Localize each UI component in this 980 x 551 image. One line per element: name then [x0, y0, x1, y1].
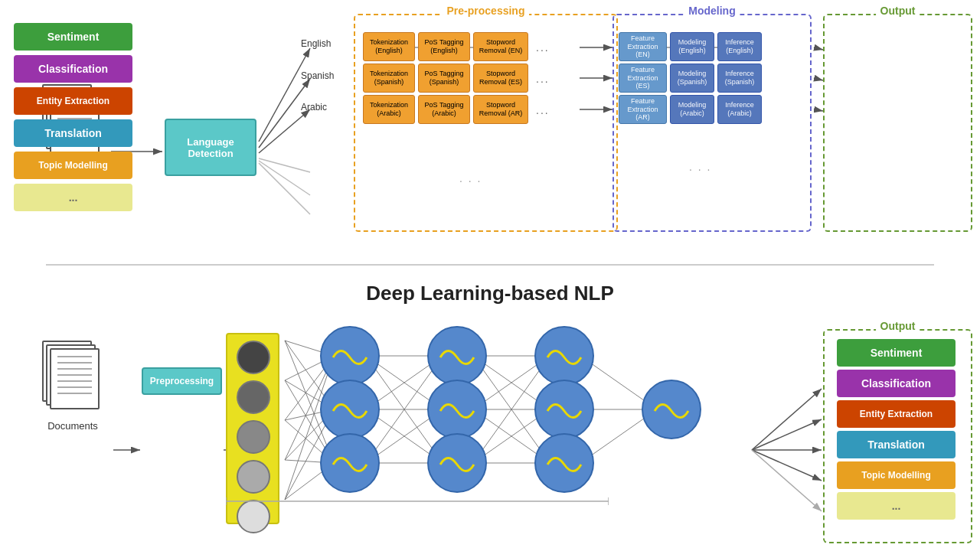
- pos-tagging-ar: PoS Tagging(Arabic): [418, 95, 470, 124]
- sentiment-label-top: Sentiment: [47, 31, 100, 43]
- deep-learning-title: Deep Learning-based NLP: [0, 282, 980, 305]
- translation-label-top: Translation: [44, 127, 102, 139]
- output-sentiment-bottom: Sentiment: [837, 339, 956, 367]
- output-more-bottom: ...: [837, 492, 956, 520]
- inference-ar: Inference(Arabic): [717, 95, 762, 124]
- sentiment-label-bottom: Sentiment: [871, 347, 923, 359]
- tokenization-ar: Tokenization(Arabic): [363, 95, 415, 124]
- row-label-spanish: Spanish: [301, 70, 334, 81]
- entity-extraction-label-top: Entity Extraction: [37, 96, 109, 106]
- more-label-bottom: ...: [892, 500, 901, 512]
- topic-modelling-label-bottom: Topic Modelling: [861, 470, 930, 481]
- output-topic-modelling-bottom: Topic Modelling: [837, 461, 956, 489]
- output-more-top: ...: [14, 184, 132, 211]
- topic-modelling-label-top: Topic Modelling: [38, 160, 107, 171]
- output-sentiment-top: Sentiment: [14, 23, 132, 51]
- input-bracket: [226, 494, 609, 532]
- output-classification-bottom: Classification: [837, 370, 956, 397]
- modeling-ar: Modeling(Arabic): [670, 95, 714, 124]
- feature-extraction-es: FeatureExtraction (ES): [619, 64, 667, 93]
- preprocessing-label: Pre-processing: [443, 5, 530, 17]
- dots-modeling-more: . . .: [689, 161, 711, 173]
- language-detection-label: LanguageDetection: [187, 136, 234, 159]
- stopword-en: StopwordRemoval (EN): [473, 32, 528, 61]
- stopword-es: StopwordRemoval (ES): [473, 64, 528, 93]
- classification-label-bottom: Classification: [861, 377, 931, 390]
- pos-tagging-es: PoS Tagging(Spanish): [418, 64, 470, 93]
- modeling-en: Modeling(English): [670, 32, 714, 61]
- more-label-top: ...: [69, 191, 78, 204]
- feature-extraction-ar: FeatureExtraction (AR): [619, 95, 667, 124]
- dots-preproc-es: ...: [536, 73, 550, 85]
- dots-preproc-en: ...: [536, 41, 550, 54]
- dots-preproc-ar: ...: [536, 104, 550, 116]
- output-entity-extraction-bottom: Entity Extraction: [837, 400, 956, 428]
- pos-tagging-en: PoS Tagging(English): [418, 32, 470, 61]
- classification-label-top: Classification: [38, 63, 108, 75]
- output-entity-extraction-top: Entity Extraction: [14, 87, 132, 115]
- modeling-es: Modeling(Spanish): [670, 64, 714, 93]
- output-label-bottom: Output: [876, 320, 920, 332]
- output-translation-top: Translation: [14, 119, 132, 147]
- dots-preproc-more: . . .: [459, 172, 482, 184]
- language-detection-box: LanguageDetection: [165, 119, 256, 176]
- row-label-english: English: [301, 38, 331, 49]
- output-translation-bottom: Translation: [837, 431, 956, 458]
- inference-es: Inference(Spanish): [717, 64, 762, 93]
- modeling-label: Modeling: [684, 5, 740, 17]
- entity-extraction-label-bottom: Entity Extraction: [860, 409, 933, 419]
- tokenization-es: Tokenization(Spanish): [363, 64, 415, 93]
- output-topic-modelling-top: Topic Modelling: [14, 152, 132, 179]
- top-diagram: Documents LanguageDetection Pre-processi…: [0, 0, 980, 260]
- row-label-arabic: Arabic: [301, 102, 327, 112]
- bottom-diagram: Documents Preprocessing: [0, 318, 980, 551]
- output-label-top: Output: [876, 5, 920, 17]
- feature-extraction-en: FeatureExtraction (EN): [619, 32, 667, 61]
- tokenization-en: Tokenization(English): [363, 32, 415, 61]
- output-classification-top: Classification: [14, 55, 132, 83]
- section-divider: [46, 264, 934, 266]
- translation-label-bottom: Translation: [867, 439, 925, 451]
- inference-en: Inference(English): [717, 32, 762, 61]
- stopword-ar: StopwordRemoval (AR): [473, 95, 528, 124]
- output-section-top: Output: [823, 14, 972, 232]
